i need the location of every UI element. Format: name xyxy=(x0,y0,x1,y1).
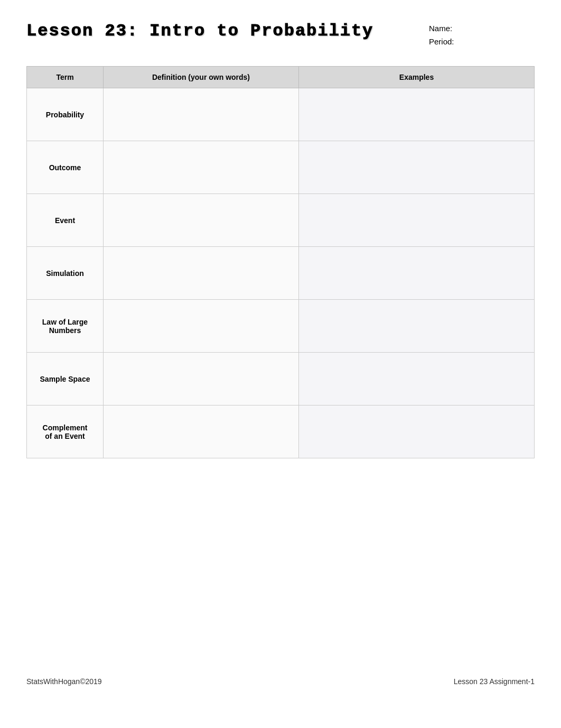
period-label: Period: xyxy=(429,37,535,46)
examples-cell-0[interactable] xyxy=(299,88,535,141)
examples-cell-2[interactable] xyxy=(299,194,535,247)
table-header-row: Term Definition (your own words) Example… xyxy=(27,67,535,88)
definition-cell-6[interactable] xyxy=(104,406,299,458)
term-cell-1: Outcome xyxy=(27,141,104,194)
table-row: Outcome xyxy=(27,141,535,194)
table-row: Event xyxy=(27,194,535,247)
footer-right: Lesson 23 Assignment-1 xyxy=(454,677,535,686)
examples-cell-1[interactable] xyxy=(299,141,535,194)
footer-left: StatsWithHogan©2019 xyxy=(26,677,102,686)
term-cell-2: Event xyxy=(27,194,104,247)
table-row: Probability xyxy=(27,88,535,141)
definition-cell-0[interactable] xyxy=(104,88,299,141)
term-cell-0: Probability xyxy=(27,88,104,141)
column-header-examples: Examples xyxy=(299,67,535,88)
term-cell-3: Simulation xyxy=(27,247,104,300)
definition-cell-5[interactable] xyxy=(104,353,299,406)
term-cell-4: Law of LargeNumbers xyxy=(27,300,104,353)
header-area: Lesson 23: Intro to Probability Name: Pe… xyxy=(26,21,535,50)
examples-cell-4[interactable] xyxy=(299,300,535,353)
term-cell-6: Complementof an Event xyxy=(27,406,104,458)
definition-cell-1[interactable] xyxy=(104,141,299,194)
page: Lesson 23: Intro to Probability Name: Pe… xyxy=(0,0,561,728)
column-header-term: Term xyxy=(27,67,104,88)
examples-cell-6[interactable] xyxy=(299,406,535,458)
table-row: Sample Space xyxy=(27,353,535,406)
name-period-area: Name: Period: xyxy=(429,21,535,50)
definition-cell-4[interactable] xyxy=(104,300,299,353)
examples-cell-5[interactable] xyxy=(299,353,535,406)
table-row: Simulation xyxy=(27,247,535,300)
examples-cell-3[interactable] xyxy=(299,247,535,300)
footer: StatsWithHogan©2019 Lesson 23 Assignment… xyxy=(0,667,561,696)
page-title: Lesson 23: Intro to Probability xyxy=(26,21,418,41)
definition-cell-3[interactable] xyxy=(104,247,299,300)
vocabulary-table: Term Definition (your own words) Example… xyxy=(26,66,535,458)
definition-cell-2[interactable] xyxy=(104,194,299,247)
term-cell-5: Sample Space xyxy=(27,353,104,406)
table-row: Complementof an Event xyxy=(27,406,535,458)
column-header-definition: Definition (your own words) xyxy=(104,67,299,88)
name-label: Name: xyxy=(429,24,535,33)
table-row: Law of LargeNumbers xyxy=(27,300,535,353)
